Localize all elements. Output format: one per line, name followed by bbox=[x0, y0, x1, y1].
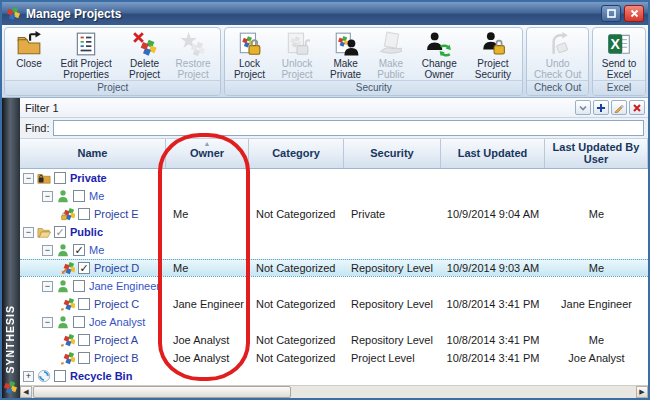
ribbon-group-excel: XSend to ExcelExcel bbox=[592, 27, 646, 96]
horizontal-scrollbar[interactable]: ◀ ▶ bbox=[20, 385, 648, 398]
table-row[interactable]: −Me bbox=[20, 187, 648, 205]
row-name: Project D bbox=[94, 262, 139, 274]
project-icon bbox=[61, 333, 75, 347]
person-icon bbox=[56, 315, 70, 329]
row-checkbox[interactable] bbox=[54, 172, 66, 184]
cell-category: Not Categorized bbox=[249, 352, 344, 364]
filter-buttons bbox=[573, 100, 645, 115]
cell-name: Project C bbox=[20, 297, 166, 311]
edit-filter-button[interactable] bbox=[611, 100, 627, 115]
add-filter-button[interactable] bbox=[593, 100, 609, 115]
table-row[interactable]: Project CJane EngineerNot CategorizedRep… bbox=[20, 295, 648, 313]
column-header-last-updated[interactable]: Last Updated bbox=[441, 139, 545, 168]
table-header: Name ▲Owner Category Security Last Updat… bbox=[20, 139, 648, 169]
lock-project-button[interactable]: Lock Project bbox=[227, 29, 271, 80]
delete-filter-button[interactable] bbox=[629, 100, 645, 115]
row-checkbox[interactable] bbox=[73, 316, 85, 328]
cell-security: Repository Level bbox=[344, 298, 441, 310]
row-checkbox[interactable] bbox=[73, 280, 85, 292]
project-security-button[interactable]: Project Security bbox=[466, 29, 521, 80]
brand-strip: SYNTHESIS bbox=[2, 98, 20, 398]
cell-category: Not Categorized bbox=[249, 334, 344, 346]
find-input[interactable] bbox=[53, 120, 644, 136]
row-checkbox[interactable]: ✓ bbox=[54, 226, 66, 238]
ribbon-group-security: Lock ProjectUnlock ProjectMake PrivateMa… bbox=[224, 27, 523, 96]
table-row[interactable]: −Private bbox=[20, 169, 648, 187]
cell-category: Not Categorized bbox=[249, 208, 344, 220]
collapse-icon[interactable]: − bbox=[23, 173, 34, 184]
change-owner-button[interactable]: Change Owner bbox=[413, 29, 466, 80]
table-row[interactable]: −✓Me bbox=[20, 241, 648, 259]
maximize-button[interactable] bbox=[601, 5, 621, 22]
row-checkbox[interactable] bbox=[78, 334, 90, 346]
scrollbar-thumb[interactable] bbox=[33, 386, 291, 398]
row-name: Joe Analyst bbox=[89, 316, 145, 328]
table-row[interactable]: ✓Project DMeNot CategorizedRepository Le… bbox=[20, 259, 648, 277]
window-title: Manage Projects bbox=[26, 7, 598, 21]
table-row[interactable]: Project AJoe AnalystNot CategorizedRepos… bbox=[20, 331, 648, 349]
scroll-right-icon[interactable]: ▶ bbox=[636, 386, 648, 398]
ribbon-group-project: CloseEdit Project PropertiesDelete Proje… bbox=[4, 27, 221, 96]
make-private-button[interactable]: Make Private bbox=[322, 29, 369, 80]
row-checkbox[interactable]: ✓ bbox=[73, 244, 85, 256]
edit-properties-icon bbox=[73, 31, 99, 57]
table-row[interactable]: Project EMeNot CategorizedPrivate10/9/20… bbox=[20, 205, 648, 223]
send-to-excel-button[interactable]: XSend to Excel bbox=[595, 29, 643, 80]
ribbon-button-label: Undo Check Out bbox=[532, 58, 583, 80]
find-row: Find: bbox=[20, 118, 648, 139]
table-row[interactable]: +Recycle Bin bbox=[20, 367, 648, 385]
row-checkbox[interactable] bbox=[73, 190, 85, 202]
expand-icon[interactable]: + bbox=[23, 371, 34, 382]
collapse-icon[interactable]: − bbox=[42, 191, 53, 202]
ribbon-group-label: Check Out bbox=[527, 80, 588, 95]
table-row[interactable]: −Jane Engineer bbox=[20, 277, 648, 295]
column-header-last-updated-by-user[interactable]: Last Updated By User bbox=[545, 139, 648, 168]
ribbon-button-label: Make Public bbox=[372, 58, 410, 80]
edit-project-properties-button[interactable]: Edit Project Properties bbox=[51, 29, 121, 80]
scrollbar-track[interactable] bbox=[292, 386, 636, 398]
row-checkbox[interactable] bbox=[78, 208, 90, 220]
person-icon bbox=[56, 243, 70, 257]
cell-name: Project A bbox=[20, 333, 166, 347]
cell-security: Repository Level bbox=[344, 262, 441, 274]
collapse-icon[interactable]: − bbox=[23, 227, 34, 238]
scroll-left-icon[interactable]: ◀ bbox=[20, 386, 32, 398]
column-header-category[interactable]: Category bbox=[249, 139, 344, 168]
close-button[interactable] bbox=[624, 5, 644, 22]
cell-name: ✓Project D bbox=[20, 261, 166, 275]
filter-dropdown-button[interactable] bbox=[575, 100, 591, 115]
recycle-icon bbox=[37, 369, 51, 383]
cell-name: −Jane Engineer bbox=[20, 279, 166, 293]
cell-owner: Joe Analyst bbox=[166, 334, 249, 346]
row-name: Me bbox=[89, 190, 104, 202]
project-lock-icon bbox=[61, 207, 75, 221]
filter-bar: Filter 1 bbox=[20, 98, 648, 118]
table-row[interactable]: −Joe Analyst bbox=[20, 313, 648, 331]
column-header-name[interactable]: Name bbox=[20, 139, 166, 168]
cell-last-updated: 10/8/2014 3:41 PM bbox=[441, 352, 545, 364]
cell-last-updated: 10/8/2014 3:41 PM bbox=[441, 298, 545, 310]
collapse-icon[interactable]: − bbox=[42, 245, 53, 256]
undo-check-out-button: Undo Check Out bbox=[529, 29, 586, 80]
collapse-icon[interactable]: − bbox=[42, 317, 53, 328]
table-body: −Private−MeProject EMeNot CategorizedPri… bbox=[20, 169, 648, 385]
row-checkbox[interactable] bbox=[78, 352, 90, 364]
column-header-security[interactable]: Security bbox=[344, 139, 441, 168]
title-bar: Manage Projects bbox=[2, 2, 648, 25]
row-name: Private bbox=[70, 172, 107, 184]
collapse-icon[interactable]: − bbox=[42, 281, 53, 292]
delete-filter-icon bbox=[632, 103, 642, 113]
close-button[interactable]: Close bbox=[7, 29, 51, 80]
row-checkbox[interactable] bbox=[78, 298, 90, 310]
column-header-owner[interactable]: ▲Owner bbox=[166, 139, 249, 168]
cell-name: −Me bbox=[20, 189, 166, 203]
row-name: Project B bbox=[94, 352, 139, 364]
table-row[interactable]: −✓Public bbox=[20, 223, 648, 241]
row-checkbox[interactable] bbox=[54, 370, 66, 382]
row-name: Project C bbox=[94, 298, 139, 310]
row-checkbox[interactable]: ✓ bbox=[78, 262, 90, 274]
send-to-excel-icon: X bbox=[606, 31, 632, 57]
cell-last-updated-by: Me bbox=[545, 262, 648, 274]
delete-project-button[interactable]: Delete Project bbox=[121, 29, 168, 80]
table-row[interactable]: Project BJoe AnalystNot CategorizedProje… bbox=[20, 349, 648, 367]
